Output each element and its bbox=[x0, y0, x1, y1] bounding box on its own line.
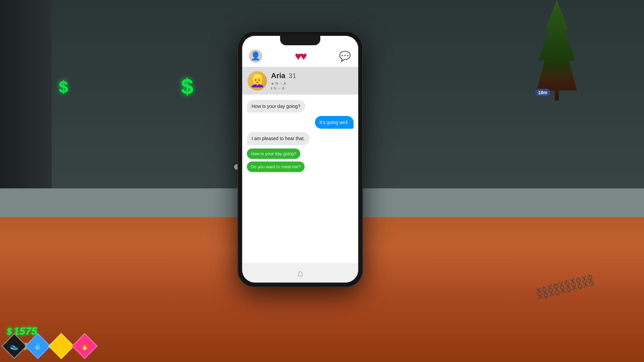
message-3-text: I am pleased to hear that. bbox=[252, 136, 305, 141]
quick-reply-btn-2[interactable]: Do you want to meet me? bbox=[247, 162, 305, 172]
ability-icon-2[interactable]: 💧 bbox=[27, 335, 49, 357]
home-nav-icon[interactable]: ⌂ bbox=[298, 268, 303, 279]
profile-stats: ★ N → A ℹ N → A bbox=[271, 81, 353, 90]
message-2: It's going well. bbox=[315, 116, 354, 129]
message-2-text: It's going well. bbox=[320, 120, 349, 125]
stat-1-text: N → A bbox=[275, 81, 286, 85]
chat-icon-header[interactable]: 💬 bbox=[338, 49, 352, 63]
chat-area: How is your day going? It's going well. … bbox=[242, 95, 358, 263]
quick-reply-btn-1[interactable]: How is your day going? bbox=[247, 148, 300, 159]
profile-icon-header[interactable]: 👤 bbox=[249, 49, 262, 63]
phone-screen: 👤 ♥♥ 💬 👱‍♀️ Aria bbox=[242, 36, 358, 283]
phone-shell: 👤 ♥♥ 💬 👱‍♀️ Aria bbox=[238, 32, 362, 287]
distance-indicator: 18m bbox=[535, 89, 550, 96]
message-1: How is your day going? bbox=[247, 100, 305, 113]
phone-container: 👤 ♥♥ 💬 👱‍♀️ Aria bbox=[238, 32, 362, 287]
ability-icon-3-symbol: ⚡ bbox=[57, 342, 65, 350]
ability-icon-3[interactable]: ⚡ bbox=[50, 335, 72, 357]
window-sign-1: $ bbox=[59, 77, 68, 97]
app-logo: ♥♥ bbox=[295, 50, 306, 63]
chat-bubble-icon: 💬 bbox=[339, 51, 351, 62]
ability-icon-1-symbol: 👟 bbox=[10, 342, 18, 350]
ability-icon-2-symbol: 💧 bbox=[34, 342, 42, 350]
game-background: $ $ ⛓⛓⛓⛓⛓ 18m $ 1575 ★ 20 👟 💧 bbox=[0, 0, 644, 362]
stat-row-1: ★ N → A bbox=[271, 81, 353, 85]
profile-section[interactable]: 👱‍♀️ Aria 31 ★ N → A bbox=[242, 67, 358, 95]
message-3: I am pleased to hear that. bbox=[247, 132, 310, 145]
person-icon: 👤 bbox=[251, 51, 261, 61]
stat-2-text: N → A bbox=[274, 86, 284, 90]
info-stat-icon: ℹ bbox=[271, 86, 272, 90]
profile-info: Aria 31 ★ N → A ℹ N → A bbox=[271, 71, 353, 90]
stat-row-2: ℹ N → A bbox=[271, 86, 353, 90]
profile-avatar: 👱‍♀️ bbox=[248, 71, 267, 90]
heart-logo-icon: ♥♥ bbox=[295, 50, 306, 63]
phone-bottom-nav: ⌂ bbox=[242, 263, 358, 283]
ability-icon-1[interactable]: 👟 bbox=[3, 335, 25, 357]
star-stat-icon: ★ bbox=[271, 82, 274, 85]
profile-name-row: Aria 31 bbox=[271, 71, 353, 80]
profile-age: 31 bbox=[289, 72, 296, 80]
message-1-text: How is your day going? bbox=[252, 104, 301, 109]
phone-notch bbox=[280, 36, 320, 45]
quick-replies-container: How is your day going? Do you want to me… bbox=[247, 148, 354, 172]
profile-name: Aria bbox=[271, 71, 285, 80]
ability-icons-row: 👟 💧 ⚡ 🔥 bbox=[3, 335, 96, 357]
ability-icon-4[interactable]: 🔥 bbox=[74, 335, 96, 357]
window-sign-2: $ bbox=[181, 74, 193, 99]
ability-icon-4-symbol: 🔥 bbox=[80, 342, 89, 350]
avatar-face-icon: 👱‍♀️ bbox=[250, 74, 265, 88]
